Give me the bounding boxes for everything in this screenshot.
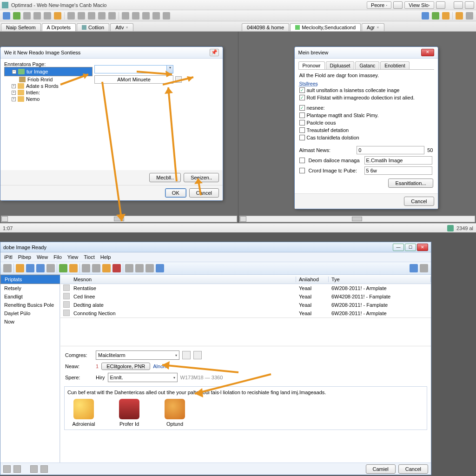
comgres-aux-button-2[interactable] [193,351,202,359]
scroll-thumb[interactable] [352,217,362,221]
tool-icon[interactable] [69,264,78,272]
tool-icon[interactable] [122,12,129,20]
cancel-button[interactable]: Cancel [189,188,219,198]
view-slo-button[interactable]: View Slo· [404,1,434,9]
check-1[interactable]: ✓ault unsltation a Isianetss collecate i… [299,86,433,94]
tab-agr[interactable]: Agr× [362,23,384,31]
sidebar-item-renelting[interactable]: Renelting Busics Pole [0,301,60,309]
check-neshee[interactable]: ✓nesnee: [299,104,433,112]
expand-icon[interactable]: + [12,91,16,95]
tool-icon[interactable] [442,12,450,20]
cancel-button[interactable]: Cancel [398,464,428,474]
tool-icon[interactable] [420,264,428,272]
sidebar-item-dayiet[interactable]: Dayiet Púlo [0,309,60,317]
almast-input[interactable] [357,146,424,154]
seeizn-button[interactable]: Seeizen.. [184,173,219,182]
menu-wew[interactable]: Wew [37,254,48,260]
tool-icon[interactable] [432,12,439,20]
tool-icon[interactable] [142,12,150,20]
expand-icon[interactable]: + [12,84,16,88]
esanil-button[interactable]: Esanitlation... [388,178,433,188]
tool-icon[interactable] [125,264,133,272]
crord-input[interactable] [364,166,432,175]
tab-gatanc[interactable]: Gatanc [355,61,379,69]
icon-item-optund[interactable]: Optund [159,399,191,427]
hscrollbar[interactable] [239,216,476,222]
table-row[interactable]: Connoting NectionYeaal6W208·2011! - Armp… [60,309,431,317]
cancel-button[interactable]: Cancel [404,197,434,206]
tool-icon[interactable] [59,264,67,272]
maximize-button[interactable]: ☐ [405,244,416,251]
expand-icon[interactable]: + [12,97,16,101]
col-mesnon[interactable]: Mesnon [71,277,296,282]
tab-naip[interactable]: Naip Sefeom [1,23,41,31]
tab-home[interactable]: 04l4098 & home [242,23,289,31]
tool-icon[interactable] [33,12,41,20]
checkbox-icon[interactable] [299,168,305,173]
tool-icon[interactable] [82,264,90,272]
scroll-left-icon[interactable] [240,216,246,222]
comgres-aux-button[interactable] [182,351,191,359]
browse-icon[interactable] [175,76,182,83]
tab-meclool[interactable]: Mecloolty,Senducationd [290,23,361,31]
tool-icon[interactable] [102,264,111,272]
menu-filo[interactable]: Filo [53,254,62,260]
tool-icon[interactable] [67,12,75,20]
close-icon[interactable]: × [377,25,379,30]
tool-icon[interactable] [36,264,45,272]
header-icon-2[interactable] [436,1,445,9]
scroll-right-icon[interactable] [1,216,8,222]
tool-icon[interactable] [13,12,20,20]
tool-icon[interactable] [16,264,24,272]
tool-icon[interactable] [456,12,463,20]
text-field[interactable]: AMort Minuete [94,75,173,84]
tree-node-friob[interactable]: Friob Rnrid [4,76,93,83]
close-icon[interactable]: × [126,25,128,30]
table-row[interactable]: Dedting alateYeaal6W208·2011! - Famplate [60,301,431,309]
tab-cotlion[interactable]: Cotlion [77,23,109,31]
comgres-select[interactable]: Maiclitelarm▾ [96,350,179,360]
table-row[interactable]: Ced lineeYeaal6W4208·2011! - Famplate [60,292,431,301]
tool-icon[interactable] [152,12,160,20]
tab-drpotets[interactable]: A Drpotets [42,23,76,31]
tool-icon[interactable] [156,264,164,272]
tree-node-adate[interactable]: +Adate s Rords [4,83,93,89]
menu-ipitl[interactable]: iPitl [4,254,13,260]
expand-icon[interactable]: − [12,70,16,74]
tool-icon[interactable] [44,12,51,20]
ok-button[interactable]: OK [165,188,186,198]
peore-button[interactable]: Peore · [367,1,391,9]
tool-icon[interactable] [23,12,31,20]
close-button[interactable]: ✕ [421,49,434,56]
footer-icon[interactable] [30,465,38,473]
tab-atlv[interactable]: Atlv× [110,23,133,31]
deom-input[interactable] [364,156,432,165]
tool-icon[interactable] [422,12,429,20]
footer-icon[interactable] [3,465,11,473]
tree-node-intlen[interactable]: +Intlen: [4,89,93,96]
tool-icon[interactable] [163,12,170,20]
col-tye[interactable]: Tye [329,277,431,282]
icon-item-adroienial[interactable]: Adroienial [67,399,100,427]
col-aniiahod[interactable]: Aniiahod [296,277,329,282]
combo-field[interactable]: ▾ [94,65,173,73]
hscrollbar[interactable] [1,216,237,222]
icon-item-profer[interactable]: Profer Id [113,399,145,427]
check-3[interactable]: Plantape magtlt and Stalc Pimy. [299,112,433,119]
tool-icon[interactable] [132,12,139,20]
menu-tioct[interactable]: Tioct [84,254,94,260]
checkbox-icon[interactable] [299,158,305,163]
tab-dipluaset[interactable]: Dipluaset [326,61,355,69]
footer-icon[interactable] [13,465,21,473]
tree-view[interactable]: −tur Image Friob Rnrid +Adate s Rords +I… [4,67,93,102]
sidebar-item-eandligt[interactable]: Eandligt [0,292,60,301]
menu-pibep[interactable]: Pibep [18,254,31,260]
tool-icon[interactable] [410,264,418,272]
tool-icon[interactable] [98,12,106,20]
tree-node-nemo[interactable]: +Nemo [4,96,93,102]
maximize-button[interactable] [465,1,474,9]
alnone-link[interactable]: Alnone [153,364,169,369]
tool-icon[interactable] [466,12,473,20]
tab-pronowr[interactable]: Pronowr [298,61,325,69]
tool-icon[interactable] [112,264,121,272]
